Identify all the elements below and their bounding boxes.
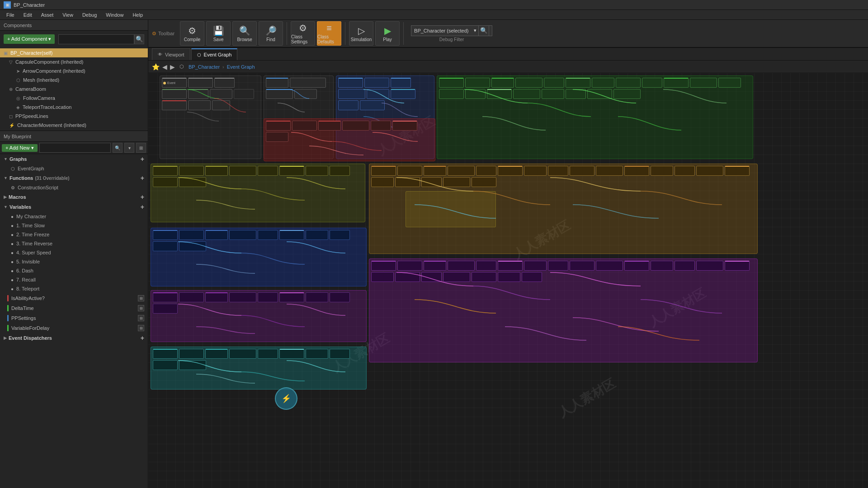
menu-edit[interactable]: Edit (19, 11, 37, 19)
menu-view[interactable]: View (58, 11, 78, 19)
find-button[interactable]: 🔎 Find (259, 21, 283, 46)
graph-canvas[interactable]: 人人素材区 人人素材区 人人素材区 人人素材区 人人素材区 Event (148, 73, 868, 488)
var-scroll-button[interactable]: ⊟ (138, 325, 144, 331)
construction-script-item[interactable]: ⚙ ConstructionScript (0, 183, 148, 192)
event-dispatchers-category[interactable]: ▶ Event Dispatchers + (0, 333, 148, 343)
variables-add-icon[interactable]: + (141, 203, 144, 211)
forward-icon[interactable]: ▶ (170, 63, 175, 70)
blueprint-filter-button[interactable]: ⊞ (136, 143, 146, 153)
simulation-icon: ▷ (358, 25, 365, 36)
graphs-add-icon[interactable]: + (141, 155, 144, 163)
component-item-ppspeedlines[interactable]: ◻ PPSpeedLines (0, 112, 148, 121)
component-list: ▣ BP_Character(self) ▽ CapsuleComponent … (0, 47, 148, 131)
graph-region-teal (151, 347, 367, 389)
var-ppsettings[interactable]: PPSettings ⊟ (0, 313, 148, 323)
variables-arrow: ▼ (4, 205, 8, 209)
var-is-ability-active[interactable]: IsAbilityActive? ⊟ (0, 293, 148, 303)
var-variable-for-delay[interactable]: VariableForDelay ⊟ (0, 323, 148, 333)
var-delta-time[interactable]: DeltaTime ⊟ (0, 303, 148, 313)
var-super-speed[interactable]: ● 4. Super Speed (0, 248, 148, 257)
component-item-self[interactable]: ▣ BP_Character(self) (0, 48, 148, 57)
left-panel: Components + Add Component ▾ 🔍 ▣ BP_Char… (0, 20, 148, 488)
add-component-button[interactable]: + Add Component ▾ (4, 34, 55, 44)
component-item-arrow[interactable]: ➤ ArrowComponent (Inherited) (0, 66, 148, 75)
graphs-category[interactable]: ▼ Graphs + (0, 154, 148, 164)
var-icon: ● (11, 259, 14, 264)
play-button[interactable]: ▶ Play (375, 21, 400, 46)
compile-button[interactable]: ⚙ Compile (180, 21, 204, 46)
macros-category[interactable]: ▶ Macros + (0, 192, 148, 202)
component-item-capsule[interactable]: ▽ CapsuleComponent (Inherited) (0, 57, 148, 66)
compile-icon: ⚙ (188, 25, 196, 36)
component-item-teleport[interactable]: ◈ TeleportTraceLocation (0, 103, 148, 112)
wires-gray1 (160, 76, 261, 159)
event-graph-tab-icon: ⬡ (197, 52, 201, 57)
debug-search-button[interactable]: 🔍 (478, 25, 489, 36)
var-dash[interactable]: ● 6. Dash (0, 266, 148, 275)
var-time-freeze[interactable]: ● 2. Time Freeze (0, 230, 148, 239)
functions-category[interactable]: ▼ Functions (31 Overridable) + (0, 173, 148, 183)
breadcrumb-blueprint[interactable]: BP_Character (189, 64, 220, 70)
menu-debug[interactable]: Debug (78, 11, 101, 19)
var-my-character[interactable]: ● My Character (0, 212, 148, 221)
component-item-mesh[interactable]: ⬡ Mesh (Inherited) (0, 75, 148, 84)
var-icon: ● (11, 268, 14, 273)
macros-add-icon[interactable]: + (141, 193, 144, 201)
variables-label: Variables (9, 204, 31, 210)
blueprint-options-button[interactable]: ▾ (124, 143, 134, 153)
blueprint-search-button[interactable]: 🔍 (113, 143, 123, 153)
component-search-button[interactable]: 🔍 (134, 34, 144, 44)
var-scroll-button[interactable]: ⊟ (138, 295, 144, 301)
graph-region-green (437, 75, 753, 159)
tab-event-graph[interactable]: ⬡ Event Graph (191, 48, 238, 60)
simulation-button[interactable]: ▷ Simulation (349, 21, 373, 46)
var-invisible[interactable]: ● 5. Invisible (0, 257, 148, 266)
blueprint-search-input[interactable] (39, 143, 111, 153)
var-icon: ● (11, 241, 14, 246)
var-scroll-button[interactable]: ⊟ (138, 305, 144, 311)
logo-circle: ⚡ (275, 387, 297, 410)
play-icon: ▶ (384, 25, 391, 36)
functions-add-icon[interactable]: + (141, 174, 144, 182)
component-item-followcamera[interactable]: ◎ FollowCamera (0, 94, 148, 103)
var-icon: ● (11, 250, 14, 255)
back-icon[interactable]: ◀ (162, 63, 167, 70)
component-icon: ➤ (16, 69, 20, 74)
add-new-button[interactable]: + Add New ▾ (2, 144, 38, 152)
class-settings-button[interactable]: ⚙ Class Settings (291, 21, 315, 46)
var-time-reverse[interactable]: ● 3. Time Reverse (0, 239, 148, 248)
wires-green (437, 76, 753, 159)
blueprint-list: ▼ Graphs + ⬡ EventGraph ▼ Functions (31 … (0, 154, 148, 488)
event-dispatchers-add-icon[interactable]: + (141, 334, 144, 342)
var-icon: ● (11, 232, 14, 237)
class-defaults-button[interactable]: ≡ Class Defaults (317, 21, 341, 46)
debug-filter-dropdown[interactable]: BP_Character (selected) ▾ 🔍 (411, 25, 492, 36)
menu-help[interactable]: Help (128, 11, 147, 19)
breadcrumb-graph[interactable]: Event Graph (227, 64, 255, 70)
breadcrumb: ⭐ ◀ ▶ ⬡ BP_Character › Event Graph (148, 61, 868, 73)
variables-category[interactable]: ▼ Variables + (0, 202, 148, 212)
var-scroll-button[interactable]: ⊟ (138, 315, 144, 321)
functions-label: Functions (9, 175, 33, 181)
menu-file[interactable]: File (2, 11, 19, 19)
graph-background: 人人素材区 人人素材区 人人素材区 人人素材区 人人素材区 Event (148, 73, 868, 488)
var-time-slow[interactable]: ● 1. Time Slow (0, 221, 148, 230)
menu-asset[interactable]: Asset (37, 11, 58, 19)
var-teleport[interactable]: ● 8. Teleport (0, 284, 148, 293)
component-item-charactermovement[interactable]: ⚡ CharacterMovement (Inherited) (0, 121, 148, 130)
tab-viewport[interactable]: 👁 Viewport (152, 48, 190, 60)
component-icon: ◈ (16, 105, 20, 110)
browse-button[interactable]: 🔍 Browse (232, 21, 257, 46)
menu-window[interactable]: Window (101, 11, 128, 19)
event-graph-item[interactable]: ⬡ EventGraph (0, 164, 148, 173)
functions-arrow: ▼ (4, 176, 8, 180)
home-icon[interactable]: ⭐ (152, 63, 160, 70)
save-button[interactable]: 💾 Save (206, 21, 231, 46)
save-icon: 💾 (213, 25, 224, 36)
component-search-input[interactable] (58, 34, 134, 44)
my-blueprint-header: My Blueprint (0, 131, 148, 142)
graph-region-blue2 (151, 228, 367, 286)
app-icon: ▣ (4, 1, 11, 9)
var-recall[interactable]: ● 7. Recall (0, 275, 148, 284)
component-item-cameraboom[interactable]: ⊕ CameraBoom (0, 84, 148, 94)
